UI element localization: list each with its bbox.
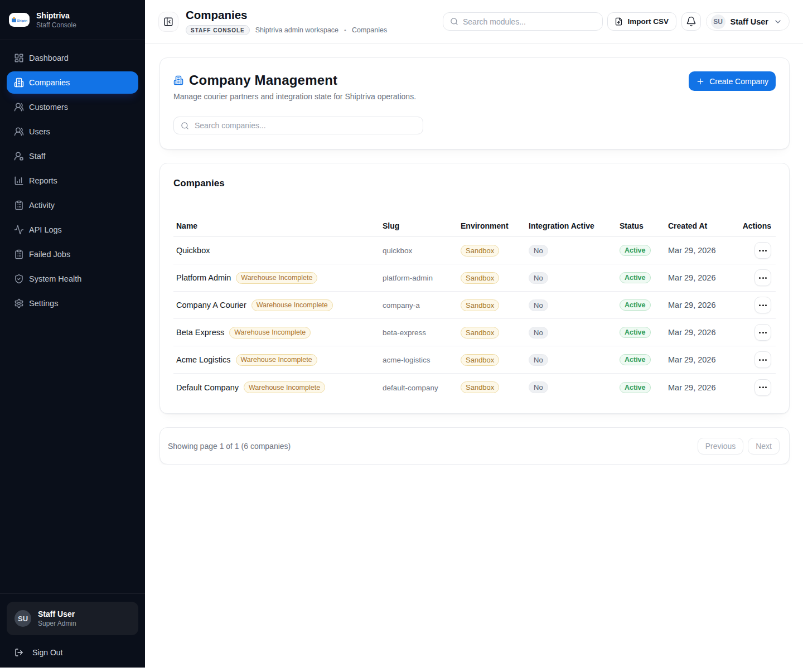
svg-text:Shiptriva: Shiptriva: [17, 19, 27, 22]
